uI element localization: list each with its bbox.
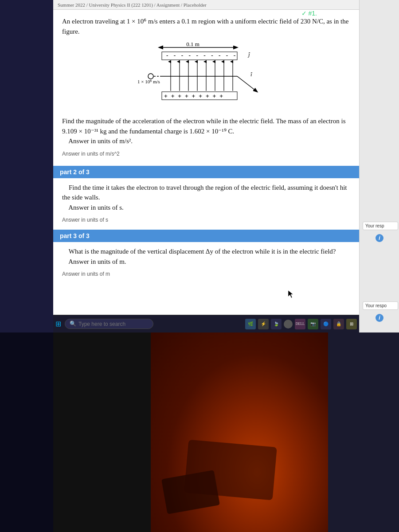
answer-units-part1: Answer in units of m/s^2 [62, 151, 350, 161]
taskbar-app-icon-7[interactable]: ⊞ [346, 319, 357, 329]
part3-content: What is the magnitude of the vertical di… [53, 242, 359, 284]
search-icon: 🔍 [70, 321, 76, 327]
part2-banner: part 2 of 3 [53, 166, 359, 178]
answer-units-part2: Answer in units of s [62, 217, 350, 227]
part2-text: Find the time it takes the electron to t… [62, 183, 350, 213]
search-input[interactable] [78, 321, 141, 327]
taskbar-icon-group: 🌿 ⚡ 🍃 DELL 📷 🔵 🔒 ⊞ [245, 319, 357, 329]
your-response-badge-1: Your resp [363, 222, 398, 230]
breadcrumb-text: Summer 2022 / University Physics II (222… [58, 2, 207, 8]
svg-text:0.1 m: 0.1 m [186, 41, 200, 47]
taskbar-circle-icon[interactable] [284, 320, 293, 329]
svg-line-17 [237, 76, 257, 92]
bottom-left-dark [0, 332, 53, 532]
svg-point-14 [148, 74, 153, 79]
problem-intro: An electron traveling at 1 × 10⁶ m/s ent… [62, 16, 350, 36]
taskbar-app-icon-6[interactable]: 🔒 [333, 319, 344, 329]
svg-text:- - - - - - - - - -: - - - - - - - - - - [165, 52, 236, 59]
answer-units-part3: Answer in units of m [62, 271, 350, 282]
svg-text:ĵ: ĵ [247, 51, 250, 58]
main-content-area: Summer 2022 / University Physics II (222… [53, 0, 359, 332]
taskbar-dell-icon[interactable]: DELL [295, 319, 305, 329]
right-answer-panel: Your resp i Your respo i [359, 0, 399, 332]
question-area: An electron traveling at 1 × 10⁶ m/s ent… [53, 10, 359, 166]
part3-banner: part 3 of 3 [53, 230, 359, 242]
taskbar-app-icon-5[interactable]: 🔵 [321, 319, 331, 329]
part3-text: What is the magnitude of the vertical di… [62, 246, 350, 266]
taskbar-app-icon-1[interactable]: 🌿 [245, 319, 256, 329]
taskbar-app-icon-4[interactable]: 📷 [308, 319, 318, 329]
info-icon-circle-1[interactable]: i [376, 234, 383, 242]
breadcrumb: Summer 2022 / University Physics II (222… [53, 0, 359, 10]
taskbar-app-icon-2[interactable]: ⚡ [258, 319, 269, 329]
info-icon-2[interactable]: i [376, 313, 383, 322]
mouse-cursor [288, 290, 293, 298]
your-response-badge-2: Your respo [363, 301, 398, 310]
bottom-center-dark [53, 332, 151, 532]
info-icon-circle-2[interactable]: i [376, 314, 383, 322]
svg-text:î: î [250, 71, 253, 78]
taskbar-app-icon-3[interactable]: 🍃 [271, 319, 282, 329]
windows-taskbar: ⊞ 🔍 🌿 ⚡ 🍃 DELL 📷 🔵 🔒 ⊞ [53, 315, 359, 332]
part2-section: part 2 of 3 Find the time it takes the e… [53, 166, 359, 230]
part3-section: part 3 of 3 What is the magnitude of the… [53, 230, 359, 284]
part2-content: Find the time it takes the electron to t… [53, 178, 359, 230]
taskbar-search-bar[interactable]: 🔍 [65, 319, 153, 329]
svg-text:+ + + + + + + + +: + + + + + + + + + [164, 93, 223, 99]
electric-field-diagram: 0.1 m [135, 41, 277, 112]
left-dark-panel [0, 0, 53, 332]
svg-text:1 × 10⁶ m/s: 1 × 10⁶ m/s [137, 79, 160, 84]
problem-find-text: Find the magnitude of the acceleration o… [62, 116, 350, 146]
bottom-right-photo [151, 332, 328, 532]
check-badge: ✓ #1. [301, 10, 317, 17]
info-icon-1[interactable]: i [376, 233, 383, 242]
windows-start-button[interactable]: ⊞ [55, 320, 61, 328]
